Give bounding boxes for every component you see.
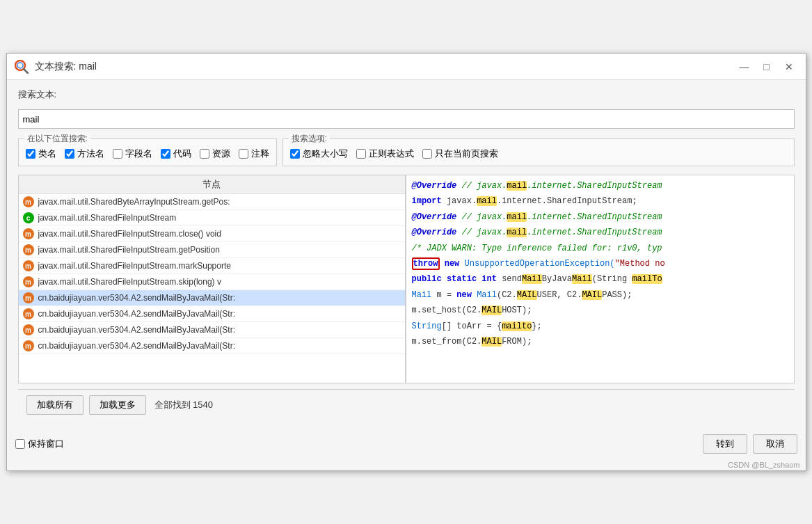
nodes-header: 节点 bbox=[19, 175, 405, 194]
cb-regex-label: 正则表达式 bbox=[369, 148, 414, 160]
search-label: 搜索文本: bbox=[18, 88, 795, 101]
node-item[interactable]: m cn.baidujiayuan.ver5304.A2.sendMailByJ… bbox=[19, 338, 405, 354]
goto-button[interactable]: 转到 bbox=[703, 434, 747, 454]
code-line-throw: throw new UnsupportedOperationException(… bbox=[412, 256, 788, 271]
cb-currentpage-label: 只在当前页搜索 bbox=[435, 148, 498, 160]
node-item[interactable]: m javax.mail.util.SharedByteArrayInputSt… bbox=[19, 194, 405, 210]
node-icon-m: m bbox=[23, 260, 34, 271]
cb-comment[interactable] bbox=[239, 149, 248, 159]
cb-comment-label: 注释 bbox=[251, 148, 269, 160]
node-icon-c: c bbox=[23, 212, 34, 223]
node-item[interactable]: c javax.mail.util.SharedFileInputStream bbox=[19, 210, 405, 226]
node-item[interactable]: m javax.mail.util.SharedFileInputStream.… bbox=[19, 274, 405, 290]
minimize-button[interactable]: — bbox=[735, 58, 754, 75]
cb-ignorecase-label: 忽略大小写 bbox=[303, 148, 348, 160]
footer-bar: 保持窗口 转到 取消 bbox=[7, 429, 806, 459]
maximize-button[interactable]: □ bbox=[757, 58, 777, 75]
node-icon-m: m bbox=[23, 292, 34, 303]
content-area: 搜索文本: 在以下位置搜索: 类名 方法名 bbox=[7, 80, 806, 429]
cb-fieldname[interactable] bbox=[113, 149, 122, 159]
nodes-panel: 节点 m javax.mail.util.SharedByteArrayInpu… bbox=[19, 175, 406, 383]
code-line: @Override // javax.mail.internet.SharedI… bbox=[412, 178, 788, 193]
search-options-checkboxes: 忽略大小写 正则表达式 只在当前页搜索 bbox=[290, 148, 787, 160]
node-text: cn.baidujiayuan.ver5304.A2.sendMailByJav… bbox=[38, 309, 235, 319]
cb-ignorecase[interactable] bbox=[290, 149, 300, 159]
title-bar: 文本搜索: mail — □ ✕ bbox=[7, 54, 806, 80]
node-text: cn.baidujiayuan.ver5304.A2.sendMailByJav… bbox=[38, 325, 235, 335]
search-in-checkboxes: 类名 方法名 字段名 代码 bbox=[26, 148, 269, 160]
node-text: javax.mail.util.SharedByteArrayInputStre… bbox=[38, 197, 230, 207]
svg-line-2 bbox=[24, 69, 28, 73]
cb-methodname[interactable] bbox=[65, 149, 74, 159]
checkbox-regex[interactable]: 正则表达式 bbox=[356, 148, 414, 160]
action-buttons: 转到 取消 bbox=[703, 434, 797, 454]
cancel-button[interactable]: 取消 bbox=[753, 434, 797, 454]
cb-code[interactable] bbox=[161, 149, 170, 159]
node-item[interactable]: m cn.baidujiayuan.ver5304.A2.sendMailByJ… bbox=[19, 306, 405, 322]
window-title: 文本搜索: mail bbox=[35, 61, 735, 73]
window-controls: — □ ✕ bbox=[735, 58, 799, 75]
search-options-label: 搜索选项: bbox=[289, 133, 330, 145]
checkbox-classname[interactable]: 类名 bbox=[26, 148, 56, 160]
node-item[interactable]: m cn.baidujiayuan.ver5304.A2.sendMailByJ… bbox=[19, 290, 405, 306]
code-line: m.set_from(C2.MAILFROM); bbox=[412, 334, 788, 349]
node-icon-m: m bbox=[23, 244, 34, 255]
cb-code-label: 代码 bbox=[173, 148, 191, 160]
keep-window-checkbox[interactable]: 保持窗口 bbox=[15, 438, 64, 450]
node-icon-m: m bbox=[23, 276, 34, 287]
app-icon bbox=[14, 59, 29, 74]
node-item[interactable]: m javax.mail.util.SharedFileInputStream.… bbox=[19, 226, 405, 242]
result-count: 全部找到 1540 bbox=[154, 399, 214, 411]
code-line: public static int sendMailByJavaMail(Str… bbox=[412, 271, 788, 287]
node-text: javax.mail.util.SharedFileInputStream.cl… bbox=[38, 229, 221, 239]
cb-keep-window[interactable] bbox=[15, 439, 25, 449]
node-text: cn.baidujiayuan.ver5304.A2.sendMailByJav… bbox=[38, 341, 235, 351]
cb-classname-label: 类名 bbox=[38, 148, 56, 160]
close-button[interactable]: ✕ bbox=[779, 58, 799, 75]
svg-point-1 bbox=[17, 63, 23, 68]
node-text: javax.mail.util.SharedFileInputStream.sk… bbox=[38, 277, 221, 287]
node-item[interactable]: m javax.mail.util.SharedFileInputStream.… bbox=[19, 258, 405, 274]
node-item[interactable]: m javax.mail.util.SharedFileInputStream.… bbox=[19, 242, 405, 258]
node-text: cn.baidujiayuan.ver5304.A2.sendMailByJav… bbox=[38, 293, 235, 303]
checkbox-ignorecase[interactable]: 忽略大小写 bbox=[290, 148, 348, 160]
node-icon-m: m bbox=[23, 308, 34, 319]
cb-currentpage[interactable] bbox=[422, 149, 432, 159]
cb-resource[interactable] bbox=[200, 149, 209, 159]
code-line: @Override // javax.mail.internet.SharedI… bbox=[412, 225, 788, 240]
cb-classname[interactable] bbox=[26, 149, 35, 159]
node-icon-m: m bbox=[23, 324, 34, 335]
checkbox-comment[interactable]: 注释 bbox=[239, 148, 269, 160]
code-line: @Override // javax.mail.internet.SharedI… bbox=[412, 209, 788, 225]
code-line: String[] toArr = {mailto}; bbox=[412, 319, 788, 334]
search-in-label: 在以下位置搜索: bbox=[24, 133, 90, 145]
watermark: CSDN @BL_zshaom bbox=[7, 459, 806, 470]
code-line: import javax.mail.internet.SharedInputSt… bbox=[412, 193, 788, 209]
code-line: m.set_host(C2.MAILHOST); bbox=[412, 303, 788, 318]
results-area: 节点 m javax.mail.util.SharedByteArrayInpu… bbox=[18, 175, 795, 383]
checkbox-resource[interactable]: 资源 bbox=[200, 148, 230, 160]
load-all-button[interactable]: 加载所有 bbox=[26, 395, 83, 415]
search-in-section: 在以下位置搜索: 类名 方法名 字段名 bbox=[18, 138, 277, 166]
checkbox-code[interactable]: 代码 bbox=[161, 148, 191, 160]
options-wrapper: 在以下位置搜索: 类名 方法名 字段名 bbox=[18, 138, 795, 166]
node-text: javax.mail.util.SharedFileInputStream.ge… bbox=[38, 245, 220, 255]
load-more-button[interactable]: 加载更多 bbox=[89, 395, 146, 415]
bottom-bar: 加载所有 加载更多 全部找到 1540 bbox=[18, 389, 795, 420]
node-text: javax.mail.util.SharedFileInputStream bbox=[38, 213, 177, 223]
node-item[interactable]: m cn.baidujiayuan.ver5304.A2.sendMailByJ… bbox=[19, 322, 405, 338]
code-panel: @Override // javax.mail.internet.SharedI… bbox=[406, 175, 794, 383]
node-icon-m: m bbox=[23, 196, 34, 207]
cb-regex[interactable] bbox=[356, 149, 366, 159]
checkbox-currentpage[interactable]: 只在当前页搜索 bbox=[422, 148, 498, 160]
checkbox-fieldname[interactable]: 字段名 bbox=[113, 148, 152, 160]
cb-methodname-label: 方法名 bbox=[77, 148, 104, 160]
cb-fieldname-label: 字段名 bbox=[125, 148, 152, 160]
node-text: javax.mail.util.SharedFileInputStream.ma… bbox=[38, 261, 231, 271]
keep-window-label: 保持窗口 bbox=[28, 438, 64, 450]
search-input[interactable] bbox=[18, 109, 795, 129]
code-line: /* JADX WARN: Type inference failed for:… bbox=[412, 241, 788, 256]
node-icon-m: m bbox=[23, 228, 34, 239]
node-icon-m: m bbox=[23, 340, 34, 351]
checkbox-methodname[interactable]: 方法名 bbox=[65, 148, 104, 160]
